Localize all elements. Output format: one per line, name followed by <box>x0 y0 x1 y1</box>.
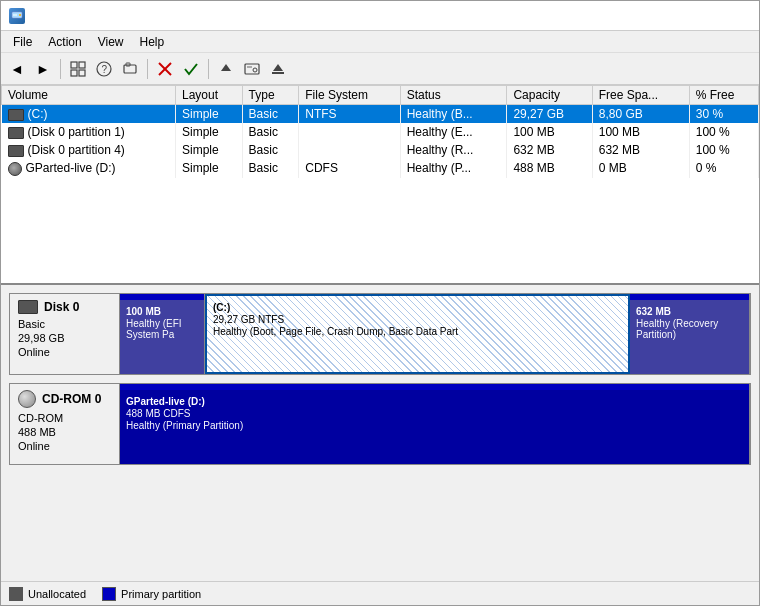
col-capacity[interactable]: Capacity <box>507 86 592 105</box>
cell-status: Healthy (B... <box>400 105 507 124</box>
cell-type: Basic <box>242 105 299 124</box>
cell-freespace: 8,80 GB <box>592 105 689 124</box>
cell-filesystem <box>299 123 400 141</box>
table-row[interactable]: (Disk 0 partition 4) Simple Basic Health… <box>2 141 759 159</box>
menu-view[interactable]: View <box>90 33 132 51</box>
legend-bar: Unallocated Primary partition <box>1 581 759 605</box>
svg-rect-6 <box>79 70 85 76</box>
cell-volume: (Disk 0 partition 1) <box>2 123 176 141</box>
partition-sublabel: 488 MB CDFS <box>126 408 743 419</box>
toolbar-separator-2 <box>147 59 148 79</box>
cell-layout: Simple <box>175 141 242 159</box>
partition-label: GParted-live (D:) <box>126 396 743 407</box>
volume-table-section: Volume Layout Type File System Status Ca… <box>1 85 759 285</box>
partition-subsublabel: Healthy (Boot, Page File, Crash Dump, Ba… <box>213 326 622 337</box>
cell-type: Basic <box>242 123 299 141</box>
partition-sublabel: 29,27 GB NTFS <box>213 314 622 325</box>
partition-sublabel: Healthy (Recovery Partition) <box>636 318 743 340</box>
toolbar-properties-button[interactable] <box>118 57 142 81</box>
cell-status: Healthy (P... <box>400 159 507 178</box>
menu-bar: File Action View Help <box>1 31 759 53</box>
cell-percent: 30 % <box>689 105 758 124</box>
cell-percent: 0 % <box>689 159 758 178</box>
disk-name: CD-ROM 0 <box>42 392 101 406</box>
menu-help[interactable]: Help <box>132 33 173 51</box>
disk-partitions: GParted-live (D:)488 MB CDFSHealthy (Pri… <box>120 384 750 464</box>
partition[interactable]: 100 MBHealthy (EFI System Pa <box>120 294 205 374</box>
toolbar-up-button[interactable] <box>214 57 238 81</box>
col-filesystem[interactable]: File System <box>299 86 400 105</box>
minimize-button[interactable] <box>687 6 707 26</box>
toolbar-delete-button[interactable] <box>153 57 177 81</box>
table-header-row: Volume Layout Type File System Status Ca… <box>2 86 759 105</box>
cell-layout: Simple <box>175 105 242 124</box>
toolbar-separator-3 <box>208 59 209 79</box>
partition[interactable]: GParted-live (D:)488 MB CDFSHealthy (Pri… <box>120 384 750 464</box>
disk-type: Basic <box>18 318 111 330</box>
cell-status: Healthy (E... <box>400 123 507 141</box>
disk-map-section: Disk 0Basic29,98 GBOnline100 MBHealthy (… <box>1 285 759 581</box>
col-freespace[interactable]: Free Spa... <box>592 86 689 105</box>
partition-sublabel: Healthy (EFI System Pa <box>126 318 198 340</box>
partition[interactable]: (C:)29,27 GB NTFSHealthy (Boot, Page Fil… <box>205 294 630 374</box>
cell-volume: (Disk 0 partition 4) <box>2 141 176 159</box>
svg-rect-15 <box>247 66 252 68</box>
toolbar-forward-button[interactable]: ► <box>31 57 55 81</box>
toolbar-eject-button[interactable] <box>266 57 290 81</box>
svg-rect-5 <box>71 70 77 76</box>
main-window: File Action View Help ◄ ► ? <box>0 0 760 606</box>
toolbar-help-button[interactable]: ? <box>92 57 116 81</box>
cell-filesystem <box>299 141 400 159</box>
disk-type: CD-ROM <box>18 412 111 424</box>
close-button[interactable] <box>731 6 751 26</box>
cell-filesystem: NTFS <box>299 105 400 124</box>
menu-file[interactable]: File <box>5 33 40 51</box>
toolbar-back-button[interactable]: ◄ <box>5 57 29 81</box>
col-layout[interactable]: Layout <box>175 86 242 105</box>
svg-marker-18 <box>273 64 283 71</box>
toolbar-show-grid-button[interactable] <box>66 57 90 81</box>
title-bar <box>1 1 759 31</box>
window-controls <box>687 6 751 26</box>
table-row[interactable]: (Disk 0 partition 1) Simple Basic Health… <box>2 123 759 141</box>
cell-percent: 100 % <box>689 123 758 141</box>
toolbar-separator-1 <box>60 59 61 79</box>
disk-block: CD-ROM 0CD-ROM488 MBOnlineGParted-live (… <box>9 383 751 465</box>
toolbar-ok-button[interactable] <box>179 57 203 81</box>
content-area: Volume Layout Type File System Status Ca… <box>1 85 759 581</box>
cell-type: Basic <box>242 159 299 178</box>
svg-rect-3 <box>71 62 77 68</box>
table-row[interactable]: (C:) Simple Basic NTFS Healthy (B... 29,… <box>2 105 759 124</box>
volume-table: Volume Layout Type File System Status Ca… <box>1 85 759 178</box>
toolbar-disk-button[interactable] <box>240 57 264 81</box>
partition-label: 632 MB <box>636 306 743 317</box>
disk-partitions: 100 MBHealthy (EFI System Pa(C:)29,27 GB… <box>120 294 750 374</box>
svg-point-2 <box>19 14 21 16</box>
disk-status: Online <box>18 440 111 452</box>
cell-volume: (C:) <box>2 105 176 124</box>
col-type[interactable]: Type <box>242 86 299 105</box>
cell-status: Healthy (R... <box>400 141 507 159</box>
cell-freespace: 100 MB <box>592 123 689 141</box>
svg-rect-4 <box>79 62 85 68</box>
app-icon <box>9 8 25 24</box>
maximize-button[interactable] <box>709 6 729 26</box>
cell-filesystem: CDFS <box>299 159 400 178</box>
cell-percent: 100 % <box>689 141 758 159</box>
cell-capacity: 488 MB <box>507 159 592 178</box>
col-volume[interactable]: Volume <box>2 86 176 105</box>
menu-action[interactable]: Action <box>40 33 89 51</box>
disk-block: Disk 0Basic29,98 GBOnline100 MBHealthy (… <box>9 293 751 375</box>
partition[interactable]: 632 MBHealthy (Recovery Partition) <box>630 294 750 374</box>
disk-label: Disk 0Basic29,98 GBOnline <box>10 294 120 374</box>
table-row[interactable]: GParted-live (D:) Simple Basic CDFS Heal… <box>2 159 759 178</box>
col-percentfree[interactable]: % Free <box>689 86 758 105</box>
cell-layout: Simple <box>175 123 242 141</box>
col-status[interactable]: Status <box>400 86 507 105</box>
svg-rect-17 <box>272 72 284 74</box>
partition-label: 100 MB <box>126 306 198 317</box>
svg-point-16 <box>253 68 257 72</box>
toolbar: ◄ ► ? <box>1 53 759 85</box>
cell-freespace: 632 MB <box>592 141 689 159</box>
disk-status: Online <box>18 346 111 358</box>
